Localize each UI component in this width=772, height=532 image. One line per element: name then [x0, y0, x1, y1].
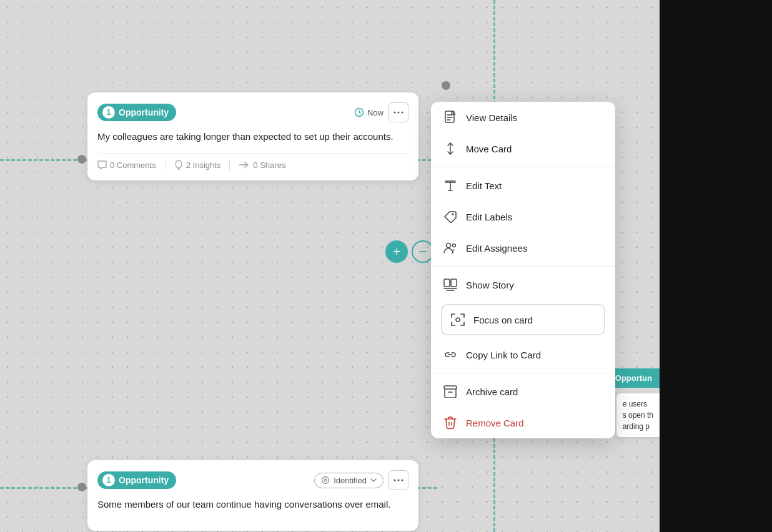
- svg-rect-17: [444, 386, 457, 389]
- node-dot-2: [77, 483, 86, 491]
- menu-item-remove-card[interactable]: Remove Card: [431, 407, 615, 438]
- assignees-icon: [443, 241, 457, 255]
- svg-point-2: [398, 112, 400, 114]
- card-1-badge-label: Opportunity: [119, 107, 169, 117]
- card-action-buttons: + −: [385, 240, 434, 263]
- card-2-body: Some members of our team continue having…: [97, 498, 408, 512]
- trash-icon: [443, 416, 457, 430]
- document-icon: [443, 111, 457, 124]
- svg-rect-15: [451, 279, 457, 287]
- menu-item-edit-labels[interactable]: Edit Labels: [431, 201, 615, 232]
- label-icon: [443, 210, 457, 224]
- text-icon: [443, 179, 457, 192]
- chevron-down-icon: [370, 478, 377, 482]
- edit-labels-label: Edit Labels: [466, 212, 512, 222]
- card-2-badge: 1 Opportunity: [97, 471, 176, 489]
- svg-rect-14: [444, 279, 450, 287]
- shares-icon: [239, 160, 250, 169]
- add-button[interactable]: +: [385, 240, 408, 263]
- svg-point-11: [452, 214, 454, 215]
- card-1-top: 1 Opportunity Now: [97, 102, 408, 122]
- svg-point-1: [394, 112, 396, 114]
- focus-icon: [451, 313, 465, 327]
- menu-item-copy-link[interactable]: Copy Link to Card: [431, 339, 615, 370]
- menu-item-focus-on-card[interactable]: Focus on card: [441, 304, 605, 335]
- svg-point-8: [398, 480, 400, 481]
- identified-badge[interactable]: Identified: [314, 473, 384, 488]
- move-card-label: Move Card: [466, 144, 512, 154]
- identified-icon: [321, 476, 330, 485]
- card-2-badge-number: 1: [102, 474, 115, 486]
- card-1-comments: 0 Comments: [97, 160, 166, 170]
- card-peek-header: Opportun: [608, 368, 660, 388]
- remove-card-label: Remove Card: [466, 418, 524, 428]
- dots-icon-2: [393, 479, 403, 481]
- menu-item-view-details[interactable]: View Details: [431, 102, 615, 133]
- copy-link-label: Copy Link to Card: [466, 350, 541, 360]
- story-icon: [443, 278, 457, 292]
- clock-icon: [354, 107, 364, 117]
- archive-card-label: Archive card: [466, 387, 518, 397]
- svg-point-12: [447, 244, 451, 248]
- svg-point-5: [322, 477, 329, 484]
- card-peek-body: e users s open th arding p: [616, 393, 660, 437]
- node-dot-1: [77, 155, 86, 164]
- menu-item-move-card[interactable]: Move Card: [431, 133, 615, 164]
- card-1-menu-button[interactable]: [388, 102, 408, 122]
- node-dot-3: [442, 81, 450, 90]
- menu-item-archive-card[interactable]: Archive card: [431, 376, 615, 407]
- link-icon: [443, 348, 457, 362]
- context-menu: View Details Move Card Edit Text: [431, 102, 615, 438]
- identified-label: Identified: [334, 476, 367, 485]
- move-icon: [443, 142, 457, 155]
- card-1-insights: 2 Insights: [166, 160, 230, 170]
- card-1-badge: 1 Opportunity: [97, 104, 176, 121]
- menu-item-show-story[interactable]: Show Story: [431, 269, 615, 300]
- svg-point-4: [176, 160, 182, 168]
- dots-icon: [393, 111, 403, 114]
- menu-divider-1: [431, 167, 615, 167]
- svg-point-9: [402, 480, 403, 481]
- insights-icon: [174, 160, 183, 170]
- card-2-top: 1 Opportunity Identified: [97, 470, 408, 490]
- menu-item-edit-assignees[interactable]: Edit Assignees: [431, 232, 615, 264]
- menu-divider-3: [431, 373, 615, 373]
- card-1-footer: 0 Comments 2 Insights 0 Shares: [97, 153, 408, 170]
- comment-icon: [97, 160, 107, 170]
- svg-rect-10: [445, 111, 454, 122]
- archive-icon: [443, 385, 457, 398]
- card-2: 1 Opportunity Identified: [87, 460, 418, 531]
- svg-point-13: [453, 244, 456, 247]
- card-2-menu-button[interactable]: [388, 470, 408, 490]
- show-story-label: Show Story: [466, 280, 514, 290]
- right-panel: [660, 0, 772, 532]
- card-1-time-label: Now: [367, 108, 384, 117]
- svg-point-7: [394, 480, 396, 481]
- svg-point-6: [324, 479, 327, 481]
- view-details-label: View Details: [466, 112, 517, 123]
- svg-point-16: [456, 318, 460, 322]
- svg-point-3: [402, 112, 403, 114]
- menu-divider-2: [431, 266, 615, 267]
- card-1-time: Now: [354, 107, 384, 117]
- edit-assignees-label: Edit Assignees: [466, 243, 527, 254]
- card-2-badge-label: Opportunity: [119, 475, 169, 485]
- menu-item-focus-wrapper: Focus on card: [431, 300, 615, 339]
- card-1-shares: 0 Shares: [230, 160, 294, 170]
- card-1: 1 Opportunity Now My colleagues are ta: [87, 92, 418, 180]
- card-1-badge-number: 1: [102, 106, 115, 119]
- card-1-body: My colleagues are taking longer than exp…: [97, 130, 408, 144]
- focus-on-card-label: Focus on card: [473, 315, 533, 325]
- edit-text-label: Edit Text: [466, 180, 502, 191]
- menu-item-edit-text[interactable]: Edit Text: [431, 170, 615, 201]
- canvas-background: [0, 0, 772, 532]
